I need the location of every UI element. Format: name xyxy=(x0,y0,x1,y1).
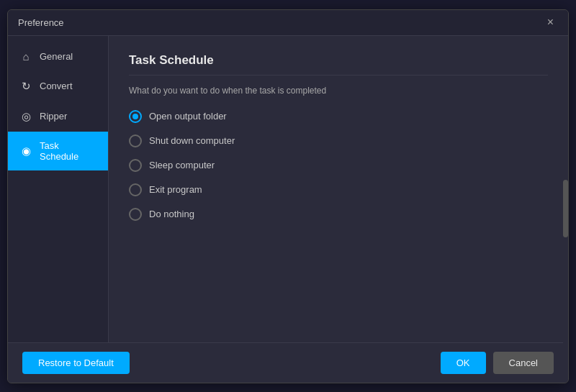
cancel-button[interactable]: Cancel xyxy=(493,352,554,374)
home-icon: ⌂ xyxy=(19,50,32,63)
content-area: Task Schedule What do you want to do whe… xyxy=(109,36,568,342)
radio-item-nothing[interactable]: Do nothing xyxy=(129,208,548,221)
sidebar-item-task-schedule[interactable]: ◉ Task Schedule xyxy=(8,132,108,170)
sidebar-label-task-schedule: Task Schedule xyxy=(40,140,96,162)
radio-group: Open output folder Shut down computer Sl… xyxy=(129,110,548,221)
dialog-body: ⌂ General ↻ Convert ◎ Ripper ◉ Task Sche… xyxy=(8,36,568,342)
radio-label-open-output: Open output folder xyxy=(149,111,227,122)
scrollbar-track xyxy=(563,36,568,342)
radio-item-sleep[interactable]: Sleep computer xyxy=(129,159,548,172)
scrollbar-thumb[interactable] xyxy=(563,180,568,237)
sidebar-label-general: General xyxy=(40,51,73,62)
title-bar: Preference × xyxy=(8,10,568,36)
radio-circle-sleep xyxy=(129,159,142,172)
radio-circle-nothing xyxy=(129,208,142,221)
radio-circle-exit xyxy=(129,183,142,196)
sidebar-label-ripper: Ripper xyxy=(40,111,67,122)
sidebar-label-convert: Convert xyxy=(40,81,73,91)
task-schedule-icon: ◉ xyxy=(19,145,32,158)
sidebar-item-convert[interactable]: ↻ Convert xyxy=(8,71,108,101)
ok-button[interactable]: OK xyxy=(441,352,486,374)
radio-circle-shut-down xyxy=(129,135,142,147)
sidebar-item-general[interactable]: ⌂ General xyxy=(8,42,108,71)
radio-item-exit[interactable]: Exit program xyxy=(129,183,548,196)
restore-default-button[interactable]: Restore to Default xyxy=(22,352,130,374)
sidebar-item-ripper[interactable]: ◎ Ripper xyxy=(8,101,108,132)
content-subtitle: What do you want to do when the task is … xyxy=(129,86,548,96)
sidebar: ⌂ General ↻ Convert ◎ Ripper ◉ Task Sche… xyxy=(8,36,109,342)
radio-item-shut-down[interactable]: Shut down computer xyxy=(129,135,548,147)
dialog-title: Preference xyxy=(18,17,64,28)
radio-circle-open-output xyxy=(129,110,142,123)
content-title: Task Schedule xyxy=(129,53,548,76)
convert-icon: ↻ xyxy=(19,80,32,93)
radio-label-exit: Exit program xyxy=(149,184,202,195)
footer-right: OK Cancel xyxy=(441,352,554,374)
ripper-icon: ◎ xyxy=(19,110,32,123)
radio-label-nothing: Do nothing xyxy=(149,209,194,219)
preference-dialog: Preference × ⌂ General ↻ Convert ◎ Rippe… xyxy=(7,9,569,383)
radio-item-open-output[interactable]: Open output folder xyxy=(129,110,548,123)
close-button[interactable]: × xyxy=(543,15,558,29)
footer: Restore to Default OK Cancel xyxy=(8,342,568,383)
radio-label-sleep: Sleep computer xyxy=(149,160,215,170)
radio-label-shut-down: Shut down computer xyxy=(149,135,235,146)
